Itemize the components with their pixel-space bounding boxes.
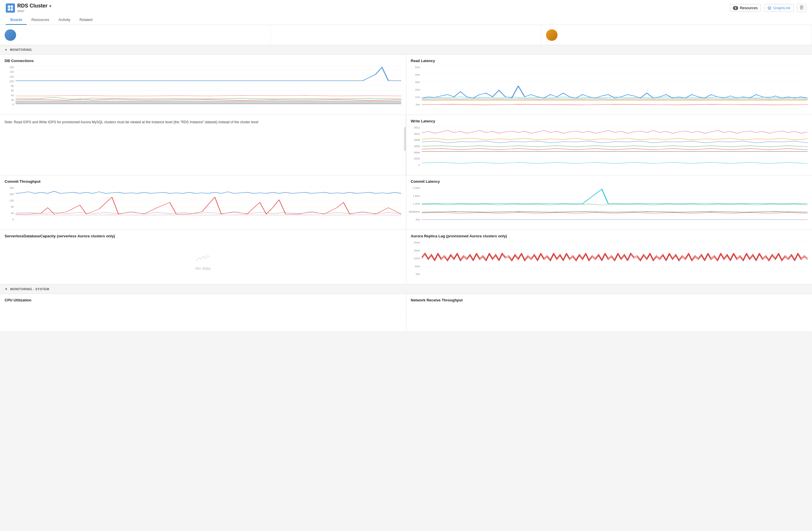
write-latency-title: Write Latency — [411, 119, 808, 123]
svg-rect-1 — [11, 5, 13, 8]
network-receive-throughput-card: Network Receive Throughput — [406, 294, 812, 331]
commit-latency-title: Commit Latency — [411, 179, 808, 183]
cpu-utilization-card: CPU Utilization — [0, 294, 406, 331]
db-connections-chart: 160 140 120 100 80 60 40 20 0 — [4, 66, 402, 112]
write-latency-card: Write Latency .0012 .0010 .0008 .0006 .0… — [406, 115, 812, 175]
top-card-3 — [541, 25, 812, 45]
monitoring-system-label: MONITORING - SYSTEM — [10, 287, 49, 291]
graphlink-label: GraphLink — [773, 6, 791, 10]
aurora-replica-lag-inner — [422, 241, 808, 276]
cpu-utilization-title: CPU Utilization — [4, 298, 402, 302]
commit-throughput-card: Commit Throughput 200 160 120 80 40 0 — [0, 175, 406, 230]
resources-count: 9 — [733, 6, 738, 10]
main-content: ▼ MONITORING DB Connections 160 140 120 … — [0, 25, 812, 331]
aurora-replica-lag-card: Aurora Replica Lag (provisioned Aurora c… — [406, 230, 812, 284]
note-text: Note: Read IOPS and Write IOPS for provi… — [4, 119, 401, 125]
card-circle-3 — [546, 29, 557, 41]
commit-latency-inner — [422, 187, 808, 221]
write-latency-inner — [422, 126, 808, 166]
tab-related[interactable]: Related — [75, 15, 97, 25]
note-card: Note: Read IOPS and Write IOPS for provi… — [0, 115, 406, 175]
charts-grid: DB Connections 160 140 120 100 80 60 40 … — [0, 55, 812, 284]
write-latency-chart: .0012 .0010 .0008 .0006 .0004 .0002 0 — [411, 126, 808, 172]
read-latency-title: Read Latency — [411, 59, 808, 63]
commit-throughput-title: Commit Throughput — [4, 179, 402, 183]
read-latency-y-axis: 5ms 4ms 3ms 2ms 1ms 0ns — [411, 66, 421, 106]
svg-rect-0 — [8, 5, 10, 8]
serverless-capacity-title: ServerlessDatabaseCapacity (serverless A… — [4, 234, 402, 238]
no-data-icon — [196, 252, 210, 264]
page-title: RDS Cluster — [17, 3, 47, 9]
app-icon — [6, 3, 15, 13]
db-connections-card: DB Connections 160 140 120 100 80 60 40 … — [0, 55, 406, 115]
db-connections-inner — [16, 66, 402, 106]
read-latency-card: Read Latency 5ms 4ms 3ms 2ms 1ms 0ns — [406, 55, 812, 115]
serverless-capacity-card: ServerlessDatabaseCapacity (serverless A… — [0, 230, 406, 284]
db-connections-title: DB Connections — [4, 59, 402, 63]
commit-latency-card: Commit Latency 2.4ms 1.8ms 1.2ms 300000n… — [406, 175, 812, 230]
card-circle-1 — [4, 29, 16, 41]
db-connections-y-axis: 160 140 120 100 80 60 40 20 0 — [4, 66, 15, 106]
read-latency-inner — [422, 66, 808, 106]
tab-boards[interactable]: Boards — [6, 15, 27, 25]
commit-latency-y-axis: 2.4ms 1.8ms 1.2ms 300000ns 0ns — [411, 187, 421, 221]
commit-latency-chart: 2.4ms 1.8ms 1.2ms 300000ns 0ns — [411, 187, 808, 227]
monitoring-system-collapse-arrow[interactable]: ▼ — [4, 287, 8, 291]
aurora-replica-lag-title: Aurora Replica Lag (provisioned Aurora c… — [411, 234, 808, 238]
doc-button[interactable] — [797, 4, 806, 12]
resources-label: Resources — [740, 6, 758, 10]
commit-throughput-y-axis: 200 160 120 80 40 0 — [4, 187, 15, 221]
bottom-charts-grid: CPU Utilization Network Receive Throughp… — [0, 294, 812, 331]
tab-bar: Boards Resources Activity Related — [6, 15, 806, 25]
breadcrumb: aws/ — [17, 9, 51, 13]
monitoring-section-header: ▼ MONITORING — [0, 45, 812, 55]
svg-rect-2 — [8, 8, 10, 11]
tab-activity[interactable]: Activity — [54, 15, 75, 25]
no-data-label: No data — [195, 266, 211, 271]
top-card-1 — [0, 25, 271, 45]
aurora-replica-lag-y-axis: 24ms 18ms 12ms 6ms 0ns — [411, 241, 421, 276]
no-data-area: No data — [4, 241, 402, 281]
network-receive-throughput-chart-area — [411, 305, 808, 328]
commit-throughput-chart: 200 160 120 80 40 0 — [4, 187, 402, 227]
svg-rect-3 — [11, 8, 13, 11]
aurora-replica-lag-chart: 24ms 18ms 12ms 6ms 0ns — [411, 241, 808, 281]
monitoring-label: MONITORING — [10, 48, 32, 51]
monitoring-collapse-arrow[interactable]: ▼ — [4, 48, 8, 51]
monitoring-system-section-header: ▼ MONITORING - SYSTEM — [0, 284, 812, 294]
scrollbar[interactable] — [404, 127, 406, 151]
read-latency-chart: 5ms 4ms 3ms 2ms 1ms 0ns — [411, 66, 808, 112]
cpu-utilization-chart-area — [4, 305, 402, 328]
top-card-2 — [271, 25, 541, 45]
network-receive-throughput-title: Network Receive Throughput — [411, 298, 808, 302]
resources-button[interactable]: 9 Resources — [730, 4, 761, 12]
commit-throughput-inner — [16, 187, 402, 221]
header: RDS Cluster ▾ aws/ 9 Resources GraphLink — [0, 0, 812, 25]
title-chevron[interactable]: ▾ — [49, 4, 51, 8]
graphlink-button[interactable]: GraphLink — [764, 4, 794, 12]
tab-resources[interactable]: Resources — [27, 15, 54, 25]
top-cards-strip — [0, 25, 812, 45]
write-latency-y-axis: .0012 .0010 .0008 .0006 .0004 .0002 0 — [411, 126, 421, 166]
